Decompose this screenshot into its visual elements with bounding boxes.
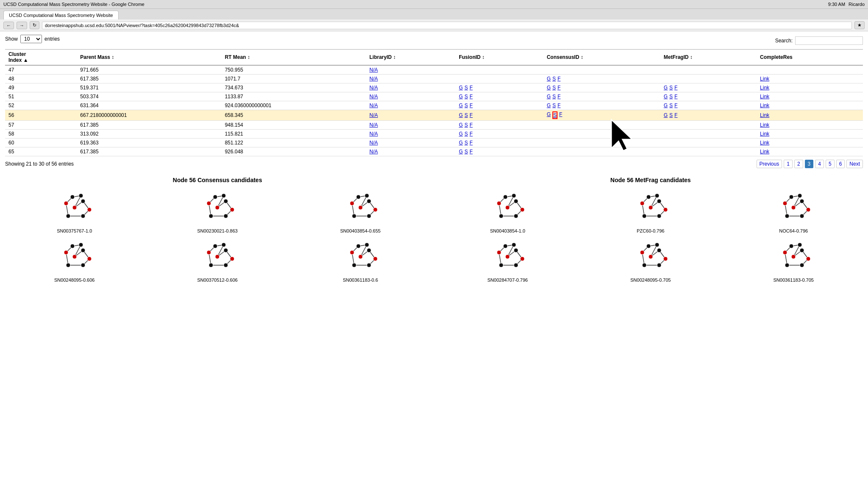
consensus-molecule-item[interactable]: SN00248095-0.606 bbox=[5, 238, 144, 283]
metfrag-molecule-item[interactable]: SN00248095-0.705 bbox=[581, 238, 720, 283]
gsf-link[interactable]: G bbox=[459, 140, 463, 146]
col-fusion-id[interactable]: FusionID ↕ bbox=[455, 50, 544, 66]
cell-link[interactable]: Link bbox=[760, 140, 769, 146]
col-cluster-index[interactable]: ClusterIndex ▲ bbox=[5, 50, 77, 66]
cell-link[interactable]: N/A bbox=[369, 67, 378, 73]
gsf-link[interactable]: G bbox=[664, 112, 668, 118]
page-3[interactable]: 3 bbox=[805, 160, 814, 168]
gsf-link[interactable]: S bbox=[464, 140, 468, 146]
metfrag-molecule-item[interactable]: PZC60-0.796 bbox=[581, 189, 720, 233]
cell-link[interactable]: Link bbox=[760, 122, 769, 128]
page-2[interactable]: 2 bbox=[794, 160, 803, 168]
cell-link[interactable]: N/A bbox=[369, 122, 378, 128]
gsf-link[interactable]: G bbox=[547, 103, 551, 108]
cell-link[interactable]: Link bbox=[760, 103, 769, 108]
gsf-link[interactable]: F bbox=[470, 140, 473, 146]
gsf-link[interactable]: G bbox=[664, 94, 668, 100]
active-tab[interactable]: UCSD Computational Mass Spectrometry Web… bbox=[3, 11, 119, 19]
forward-button[interactable]: → bbox=[17, 22, 27, 29]
gsf-link[interactable]: S bbox=[464, 131, 468, 137]
cell-link[interactable]: N/A bbox=[369, 94, 378, 100]
gsf-link[interactable]: G bbox=[459, 85, 463, 91]
metfrag-molecule-item[interactable]: SN00403854-1.0 bbox=[438, 189, 577, 233]
gsf-link[interactable]: S bbox=[464, 149, 468, 155]
page-4[interactable]: 4 bbox=[815, 160, 824, 168]
gsf-link[interactable]: F bbox=[674, 112, 677, 118]
gsf-link[interactable]: S bbox=[464, 112, 468, 118]
cell-link[interactable]: Link bbox=[760, 76, 769, 82]
gsf-link[interactable]: G bbox=[664, 85, 668, 91]
cell-link[interactable]: N/A bbox=[369, 112, 378, 118]
col-metfrag-id[interactable]: MetFragID ↕ bbox=[660, 50, 757, 66]
gsf-link[interactable]: G bbox=[547, 76, 551, 82]
gsf-link[interactable]: F bbox=[470, 131, 473, 137]
col-consensus-id[interactable]: ConsensusID ↕ bbox=[544, 50, 660, 66]
gsf-link[interactable]: F bbox=[470, 122, 473, 128]
consensus-molecule-item[interactable]: SN00375767-1.0 bbox=[5, 189, 144, 233]
gsf-link[interactable]: G bbox=[459, 149, 463, 155]
gsf-link[interactable]: G bbox=[459, 94, 463, 100]
gsf-link[interactable]: F bbox=[470, 94, 473, 100]
cell-link[interactable]: N/A bbox=[369, 85, 378, 91]
address-bar[interactable] bbox=[42, 22, 852, 29]
consensus-molecule-item[interactable]: SN00370512-0.606 bbox=[148, 238, 287, 283]
gsf-link[interactable]: S bbox=[552, 103, 556, 108]
gsf-link[interactable]: F bbox=[470, 149, 473, 155]
gsf-link[interactable]: F bbox=[470, 112, 473, 118]
gsf-link[interactable]: S bbox=[552, 111, 557, 119]
cell-link[interactable]: Link bbox=[760, 149, 769, 155]
gsf-link[interactable]: F bbox=[557, 94, 560, 100]
cell-link[interactable]: Link bbox=[760, 131, 769, 137]
reload-button[interactable]: ↻ bbox=[30, 21, 39, 29]
cell-link[interactable]: Link bbox=[760, 112, 769, 118]
gsf-link[interactable]: F bbox=[559, 111, 562, 119]
gsf-link[interactable]: G bbox=[459, 122, 463, 128]
cell-link[interactable]: Link bbox=[760, 85, 769, 91]
gsf-link[interactable]: S bbox=[669, 103, 673, 108]
next-button[interactable]: Next bbox=[846, 160, 863, 168]
prev-button[interactable]: Previous bbox=[757, 160, 782, 168]
metfrag-molecule-item[interactable]: SN00361183-0.705 bbox=[724, 238, 863, 283]
gsf-link[interactable]: F bbox=[470, 103, 473, 108]
gsf-link[interactable]: F bbox=[674, 94, 677, 100]
gsf-link[interactable]: S bbox=[669, 94, 673, 100]
gsf-link[interactable]: F bbox=[470, 85, 473, 91]
gsf-link[interactable]: S bbox=[552, 76, 556, 82]
search-input[interactable] bbox=[795, 36, 863, 45]
cell-link[interactable]: N/A bbox=[369, 149, 378, 155]
col-library-id[interactable]: LibraryID ↕ bbox=[366, 50, 455, 66]
gsf-link[interactable]: F bbox=[674, 85, 677, 91]
consensus-molecule-item[interactable]: SN00361183-0.6 bbox=[291, 238, 430, 283]
page-6[interactable]: 6 bbox=[836, 160, 845, 168]
gsf-link[interactable]: S bbox=[669, 112, 673, 118]
gsf-link[interactable]: G bbox=[459, 131, 463, 137]
gsf-link[interactable]: G bbox=[547, 94, 551, 100]
col-rt-mean[interactable]: RT Mean ↕ bbox=[222, 50, 366, 66]
gsf-link[interactable]: S bbox=[552, 94, 556, 100]
cell-link[interactable]: N/A bbox=[369, 131, 378, 137]
gsf-link[interactable]: G bbox=[547, 111, 551, 119]
cell-link[interactable]: N/A bbox=[369, 76, 378, 82]
gsf-link[interactable]: S bbox=[464, 85, 468, 91]
bookmark-button[interactable]: ★ bbox=[854, 21, 865, 29]
metfrag-molecule-item[interactable]: SN00284707-0.796 bbox=[438, 238, 577, 283]
page-5[interactable]: 5 bbox=[826, 160, 835, 168]
gsf-link[interactable]: S bbox=[669, 85, 673, 91]
col-complete-res[interactable]: CompleteRes bbox=[757, 50, 863, 66]
gsf-link[interactable]: F bbox=[557, 76, 560, 82]
gsf-link[interactable]: G bbox=[664, 103, 668, 108]
cell-link[interactable]: N/A bbox=[369, 103, 378, 108]
consensus-molecule-item[interactable]: SN00230021-0.863 bbox=[148, 189, 287, 233]
gsf-link[interactable]: F bbox=[557, 85, 560, 91]
gsf-link[interactable]: G bbox=[547, 85, 551, 91]
col-parent-mass[interactable]: Parent Mass ↕ bbox=[77, 50, 221, 66]
gsf-link[interactable]: F bbox=[557, 103, 560, 108]
gsf-link[interactable]: S bbox=[464, 103, 468, 108]
gsf-link[interactable]: S bbox=[464, 122, 468, 128]
cell-link[interactable]: N/A bbox=[369, 140, 378, 146]
page-1[interactable]: 1 bbox=[784, 160, 793, 168]
consensus-molecule-item[interactable]: SN00403854-0.655 bbox=[291, 189, 430, 233]
entries-select[interactable]: 10 25 50 100 bbox=[20, 35, 42, 43]
gsf-link[interactable]: G bbox=[459, 103, 463, 108]
gsf-link[interactable]: G bbox=[459, 112, 463, 118]
